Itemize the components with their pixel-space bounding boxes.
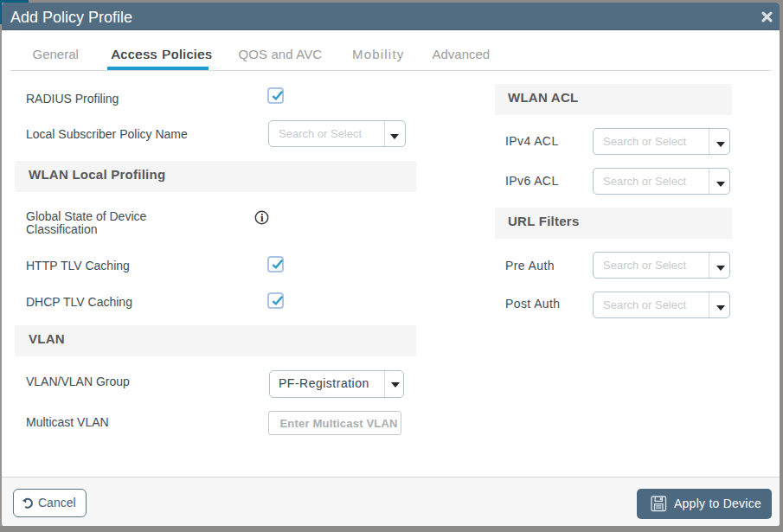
svg-text:i: i — [260, 211, 263, 224]
